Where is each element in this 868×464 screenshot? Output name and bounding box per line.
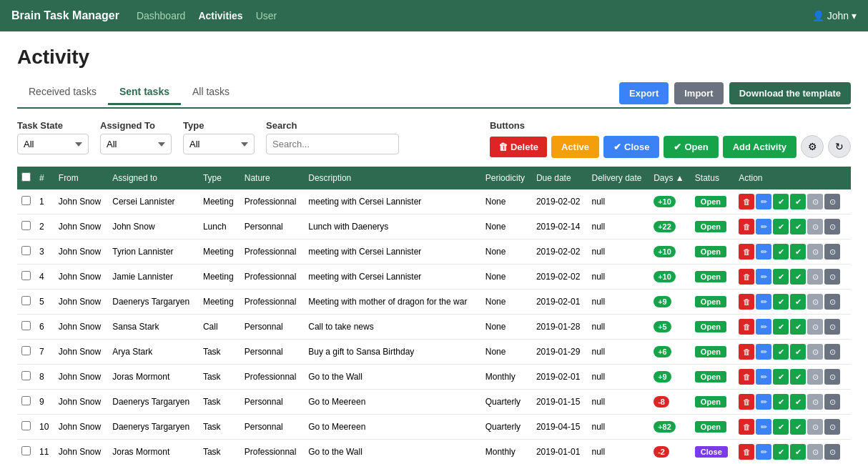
- row-info-button[interactable]: ⊙: [807, 344, 823, 360]
- row-select-checkbox[interactable]: [21, 271, 31, 280]
- row-select-checkbox[interactable]: [21, 296, 31, 305]
- row-check-button[interactable]: ✔: [773, 244, 789, 260]
- row-delete-button[interactable]: 🗑: [739, 344, 754, 360]
- row-confirm-button[interactable]: ✔: [790, 344, 806, 360]
- row-edit-button[interactable]: ✏: [756, 419, 771, 435]
- row-select-checkbox[interactable]: [21, 346, 31, 355]
- header-days[interactable]: Days ▲: [649, 167, 691, 189]
- row-edit-button[interactable]: ✏: [756, 244, 771, 260]
- row-info-button[interactable]: ⊙: [807, 444, 823, 460]
- download-template-button[interactable]: Download the template: [729, 82, 851, 104]
- row-delete-button[interactable]: 🗑: [739, 394, 754, 410]
- row-confirm-button[interactable]: ✔: [790, 319, 806, 335]
- row-select-checkbox[interactable]: [21, 321, 31, 330]
- type-select[interactable]: All: [183, 134, 255, 154]
- row-confirm-button[interactable]: ✔: [790, 294, 806, 310]
- row-select-checkbox[interactable]: [21, 371, 31, 380]
- row-info-button[interactable]: ⊙: [807, 319, 823, 335]
- row-edit-button[interactable]: ✏: [756, 444, 771, 460]
- row-select-checkbox[interactable]: [21, 421, 31, 430]
- row-confirm-button[interactable]: ✔: [790, 369, 806, 385]
- row-edit-button[interactable]: ✏: [756, 219, 771, 235]
- row-info-button[interactable]: ⊙: [807, 219, 823, 235]
- row-more-button[interactable]: ⊙: [824, 394, 840, 410]
- row-delete-button[interactable]: 🗑: [739, 319, 754, 335]
- row-delete-button[interactable]: 🗑: [739, 294, 754, 310]
- add-activity-button[interactable]: Add Activity: [723, 136, 797, 158]
- row-confirm-button[interactable]: ✔: [790, 194, 806, 209]
- row-info-button[interactable]: ⊙: [807, 294, 823, 310]
- refresh-icon-button[interactable]: ↻: [828, 135, 851, 158]
- navbar-user[interactable]: 👤 John ▾: [812, 10, 857, 21]
- row-info-button[interactable]: ⊙: [807, 419, 823, 435]
- row-delete-button[interactable]: 🗑: [739, 244, 754, 260]
- row-edit-button[interactable]: ✏: [756, 269, 771, 285]
- row-confirm-button[interactable]: ✔: [790, 394, 806, 410]
- row-select-checkbox[interactable]: [21, 246, 31, 255]
- row-delete-button[interactable]: 🗑: [739, 369, 754, 385]
- assigned-to-select[interactable]: All: [100, 134, 172, 154]
- row-select-checkbox[interactable]: [21, 446, 31, 455]
- row-check-button[interactable]: ✔: [773, 344, 789, 360]
- row-edit-button[interactable]: ✏: [756, 194, 771, 209]
- row-check-button[interactable]: ✔: [773, 369, 789, 385]
- row-more-button[interactable]: ⊙: [824, 319, 840, 335]
- row-confirm-button[interactable]: ✔: [790, 244, 806, 260]
- row-more-button[interactable]: ⊙: [824, 344, 840, 360]
- nav-dashboard[interactable]: Dashboard: [137, 10, 186, 21]
- row-confirm-button[interactable]: ✔: [790, 419, 806, 435]
- row-info-button[interactable]: ⊙: [807, 194, 823, 209]
- row-more-button[interactable]: ⊙: [824, 369, 840, 385]
- nav-activities[interactable]: Activities: [198, 10, 242, 21]
- settings-icon-button[interactable]: ⚙: [801, 135, 824, 158]
- row-edit-button[interactable]: ✏: [756, 369, 771, 385]
- row-select-checkbox[interactable]: [21, 196, 31, 205]
- row-delete-button[interactable]: 🗑: [739, 194, 754, 209]
- tab-received-tasks[interactable]: Received tasks: [17, 80, 108, 105]
- row-edit-button[interactable]: ✏: [756, 344, 771, 360]
- row-more-button[interactable]: ⊙: [824, 244, 840, 260]
- row-edit-button[interactable]: ✏: [756, 294, 771, 310]
- nav-user[interactable]: User: [256, 10, 277, 21]
- import-button[interactable]: Import: [674, 82, 723, 104]
- row-check-button[interactable]: ✔: [773, 444, 789, 460]
- open-button[interactable]: ✔ Open: [664, 136, 718, 158]
- row-confirm-button[interactable]: ✔: [790, 269, 806, 285]
- row-check-button[interactable]: ✔: [773, 394, 789, 410]
- row-more-button[interactable]: ⊙: [824, 294, 840, 310]
- row-confirm-button[interactable]: ✔: [790, 219, 806, 235]
- row-delete-button[interactable]: 🗑: [739, 269, 754, 285]
- row-edit-button[interactable]: ✏: [756, 319, 771, 335]
- row-more-button[interactable]: ⊙: [824, 444, 840, 460]
- row-select-checkbox[interactable]: [21, 221, 31, 230]
- row-info-button[interactable]: ⊙: [807, 244, 823, 260]
- tab-sent-tasks[interactable]: Sent tasks: [108, 80, 181, 105]
- tab-all-tasks[interactable]: All tasks: [181, 80, 241, 105]
- row-delete-button[interactable]: 🗑: [739, 219, 754, 235]
- task-state-select[interactable]: All: [17, 134, 89, 154]
- row-more-button[interactable]: ⊙: [824, 194, 840, 209]
- export-button[interactable]: Export: [619, 82, 669, 104]
- row-more-button[interactable]: ⊙: [824, 419, 840, 435]
- active-button[interactable]: Active: [551, 136, 599, 158]
- row-info-button[interactable]: ⊙: [807, 369, 823, 385]
- row-select-checkbox[interactable]: [21, 396, 31, 405]
- row-info-button[interactable]: ⊙: [807, 269, 823, 285]
- select-all-checkbox[interactable]: [21, 172, 31, 182]
- row-confirm-button[interactable]: ✔: [790, 444, 806, 460]
- close-button[interactable]: ✔ Close: [603, 136, 659, 158]
- delete-button[interactable]: 🗑 Delete: [490, 137, 547, 157]
- row-check-button[interactable]: ✔: [773, 419, 789, 435]
- row-edit-button[interactable]: ✏: [756, 394, 771, 410]
- row-info-button[interactable]: ⊙: [807, 394, 823, 410]
- row-check-button[interactable]: ✔: [773, 219, 789, 235]
- row-check-button[interactable]: ✔: [773, 269, 789, 285]
- row-delete-button[interactable]: 🗑: [739, 419, 754, 435]
- row-delete-button[interactable]: 🗑: [739, 444, 754, 460]
- row-more-button[interactable]: ⊙: [824, 219, 840, 235]
- row-check-button[interactable]: ✔: [773, 319, 789, 335]
- row-check-button[interactable]: ✔: [773, 194, 789, 209]
- search-input[interactable]: [266, 134, 399, 154]
- row-check-button[interactable]: ✔: [773, 294, 789, 310]
- row-more-button[interactable]: ⊙: [824, 269, 840, 285]
